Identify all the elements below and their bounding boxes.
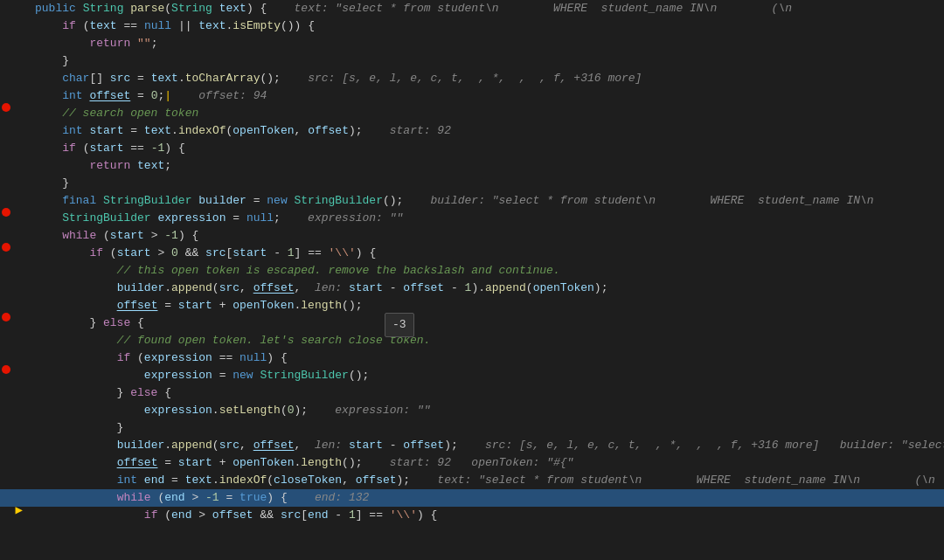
code-content-4: } [26, 52, 944, 70]
code-content-25: } [26, 419, 944, 437]
code-content-11: } [26, 175, 944, 192]
code-line-8: int start = text.indexOf(openToken, offs… [0, 122, 944, 140]
code-line-18: offset = start + openToken.length(); -3 [0, 297, 944, 315]
code-line-11: } [0, 175, 944, 192]
code-line-17: builder.append(src, offset, len: start -… [0, 280, 944, 297]
code-line-3: return ""; [0, 35, 944, 52]
code-content-3: return ""; [26, 35, 944, 52]
code-line-21: if (expression == null) { [0, 349, 944, 367]
code-content-23: } else { [26, 384, 944, 402]
code-content-1: public String parse(String text) { text:… [26, 0, 944, 17]
code-content-7: // search open token [26, 105, 944, 122]
code-content-24: expression.setLength(0); expression: "" [26, 402, 944, 419]
code-content-21: if (expression == null) { [26, 349, 944, 367]
code-line-6: int offset = 0;| offset: 94 [0, 87, 944, 105]
code-editor: public String parse(String text) { text:… [0, 0, 944, 560]
code-content-30: if (end > offset && src[end - 1] == '\\'… [26, 507, 944, 524]
code-line-16: // this open token is escaped. remove th… [0, 262, 944, 280]
code-line-1: public String parse(String text) { text:… [0, 0, 944, 17]
code-content-8: int start = text.indexOf(openToken, offs… [26, 122, 944, 140]
code-line-30: if (end > offset && src[end - 1] == '\\'… [0, 507, 944, 524]
code-line-23: } else { [0, 384, 944, 402]
code-content-17: builder.append(src, offset, len: start -… [26, 280, 944, 297]
code-content-19: } else { [26, 315, 944, 332]
code-line-13: StringBuilder expression = null; express… [0, 210, 944, 227]
code-content-10: return text; [26, 157, 944, 175]
code-content-2: if (text == null || text.isEmpty()) { [26, 17, 944, 35]
code-line-26: builder.append(src, offset, len: start -… [0, 437, 944, 454]
code-line-25: } [0, 419, 944, 437]
code-content-26: builder.append(src, offset, len: start -… [26, 437, 944, 454]
code-line-4: } [0, 52, 944, 70]
code-content-5: char[] src = text.toCharArray(); src: [s… [26, 70, 944, 87]
code-content-16: // this open token is escaped. remove th… [26, 262, 944, 280]
code-content-13: StringBuilder expression = null; express… [26, 210, 944, 227]
code-line-10: return text; [0, 157, 944, 175]
code-content-27: offset = start + openToken.length(); sta… [26, 454, 944, 472]
code-content-22: expression = new StringBuilder(); [26, 367, 944, 384]
code-content-29: while (end > -1 = true) { end: 132 [26, 489, 944, 507]
code-content-20: // found open token. let's search close … [26, 332, 944, 349]
code-line-29: ▶ while (end > -1 = true) { end: 132 [0, 489, 944, 507]
code-line-14: while (start > -1) { [0, 227, 944, 245]
code-line-12: final StringBuilder builder = new String… [0, 192, 944, 210]
code-line-20: // found open token. let's search close … [0, 332, 944, 349]
code-line-19: } else { [0, 315, 944, 332]
code-line-5: char[] src = text.toCharArray(); src: [s… [0, 70, 944, 87]
code-content-14: while (start > -1) { [26, 227, 944, 245]
code-line-24: expression.setLength(0); expression: "" [0, 402, 944, 419]
code-content-9: if (start == -1) { [26, 140, 944, 157]
code-line-15: if (start > 0 && src[start - 1] == '\\')… [0, 245, 944, 262]
code-line-22: expression = new StringBuilder(); [0, 367, 944, 384]
code-content-12: final StringBuilder builder = new String… [26, 192, 944, 210]
code-content-6: int offset = 0;| offset: 94 [26, 87, 944, 105]
code-line-2: if (text == null || text.isEmpty()) { [0, 17, 944, 35]
code-content-28: int end = text.indexOf(closeToken, offse… [26, 472, 944, 489]
code-line-27: offset = start + openToken.length(); sta… [0, 454, 944, 472]
code-line-28: int end = text.indexOf(closeToken, offse… [0, 472, 944, 489]
code-content-18: offset = start + openToken.length(); [26, 297, 944, 315]
code-line-9: if (start == -1) { [0, 140, 944, 157]
code-line-7: // search open token [0, 105, 944, 122]
code-content-15: if (start > 0 && src[start - 1] == '\\')… [26, 245, 944, 262]
